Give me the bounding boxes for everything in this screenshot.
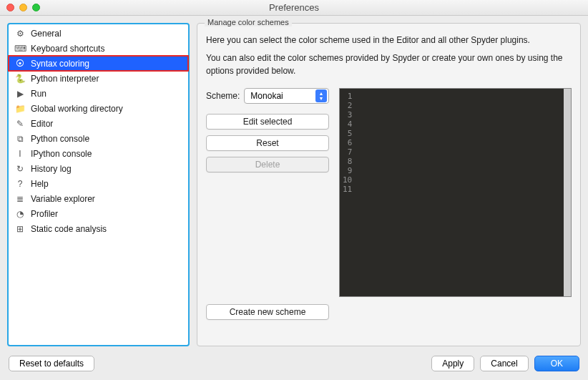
- description-line-1: Here you can select the color scheme use…: [206, 34, 572, 47]
- sidebar-item-label: Variable explorer: [31, 194, 95, 204]
- preview-scrollbar[interactable]: [564, 89, 571, 296]
- sidebar-item-label: IPython console: [31, 149, 92, 159]
- sidebar-item-profiler[interactable]: ◔Profiler: [9, 206, 188, 221]
- create-new-scheme-button[interactable]: Create new scheme: [206, 304, 329, 320]
- ipython-console-icon: I: [14, 149, 26, 159]
- close-icon[interactable]: [6, 4, 14, 11]
- ok-button[interactable]: OK: [534, 356, 579, 371]
- sidebar-item-label: Editor: [31, 119, 53, 129]
- description-line-2: You can also edit the color schemes prov…: [206, 52, 572, 78]
- reset-to-defaults-button[interactable]: Reset to defaults: [9, 356, 94, 371]
- sidebar-item-history-log[interactable]: ↻History log: [9, 161, 188, 176]
- preview-line-numbers: 1 2 3 4 5 6 7 8 91011: [343, 92, 352, 194]
- group-title: Manage color schemes: [205, 18, 292, 26]
- scheme-select[interactable]: Monokai ▲▼: [244, 88, 329, 104]
- editor-icon: ✎: [14, 119, 26, 129]
- description: Here you can select the color scheme use…: [206, 34, 572, 78]
- python-console-icon: ⧉: [14, 134, 26, 144]
- cancel-button[interactable]: Cancel: [480, 356, 528, 371]
- scheme-preview: 1 2 3 4 5 6 7 8 91011: [339, 88, 572, 297]
- color-schemes-group: Manage color schemes Here you can select…: [197, 23, 581, 346]
- delete-button: Delete: [206, 157, 329, 172]
- syntax-coloring-icon: ⦿: [14, 59, 26, 69]
- sidebar-item-editor[interactable]: ✎Editor: [9, 116, 188, 131]
- global-working-directory-icon: 📁: [14, 104, 26, 114]
- sidebar-item-label: Static code analysis: [31, 224, 107, 234]
- general-icon: ⚙: [14, 29, 26, 39]
- scheme-value: Monokai: [250, 91, 283, 101]
- help-icon: ?: [14, 179, 26, 189]
- sidebar-item-label: Run: [31, 89, 46, 99]
- sidebar-item-help[interactable]: ?Help: [9, 176, 188, 191]
- sidebar-item-label: Syntax coloring: [31, 59, 89, 69]
- sidebar-item-static-code-analysis[interactable]: ⊞Static code analysis: [9, 221, 188, 236]
- sidebar-item-python-interpreter[interactable]: 🐍Python interpreter: [9, 71, 188, 86]
- reset-button[interactable]: Reset: [206, 135, 329, 151]
- titlebar: Preferences: [0, 0, 588, 16]
- history-log-icon: ↻: [14, 164, 26, 174]
- static-code-analysis-icon: ⊞: [14, 224, 26, 234]
- python-interpreter-icon: 🐍: [14, 74, 26, 84]
- scheme-controls: Scheme: Monokai ▲▼ Edit selected Reset D…: [206, 88, 329, 297]
- sidebar-item-label: Keyboard shortcuts: [31, 44, 104, 54]
- sidebar-item-global-working-directory[interactable]: 📁Global working directory: [9, 101, 188, 116]
- scheme-label: Scheme:: [206, 91, 240, 101]
- dialog-footer: Reset to defaults Apply Cancel OK: [0, 354, 588, 371]
- sidebar-item-label: Global working directory: [31, 104, 123, 114]
- variable-explorer-icon: ≣: [14, 194, 26, 204]
- sidebar-item-label: Python interpreter: [31, 74, 99, 84]
- profiler-icon: ◔: [14, 209, 26, 219]
- zoom-icon[interactable]: [32, 4, 40, 11]
- sidebar-item-ipython-console[interactable]: IIPython console: [9, 146, 188, 161]
- window-title: Preferences: [0, 2, 588, 13]
- updown-icon: ▲▼: [315, 89, 327, 102]
- sidebar-item-keyboard-shortcuts[interactable]: ⌨Keyboard shortcuts: [9, 41, 188, 56]
- keyboard-shortcuts-icon: ⌨: [14, 44, 26, 54]
- run-icon: ▶: [14, 89, 26, 99]
- preferences-main: Manage color schemes Here you can select…: [197, 23, 581, 346]
- sidebar-item-label: Profiler: [31, 209, 58, 219]
- sidebar-item-label: General: [31, 29, 62, 39]
- sidebar-item-python-console[interactable]: ⧉Python console: [9, 131, 188, 146]
- sidebar-item-syntax-coloring[interactable]: ⦿Syntax coloring: [9, 56, 188, 71]
- sidebar-item-label: History log: [31, 164, 72, 174]
- sidebar-item-run[interactable]: ▶Run: [9, 86, 188, 101]
- edit-selected-button[interactable]: Edit selected: [206, 114, 329, 130]
- preferences-sidebar[interactable]: ⚙General⌨Keyboard shortcuts⦿Syntax color…: [7, 23, 190, 346]
- apply-button[interactable]: Apply: [431, 356, 474, 371]
- sidebar-item-variable-explorer[interactable]: ≣Variable explorer: [9, 191, 188, 206]
- sidebar-item-label: Python console: [31, 134, 89, 144]
- minimize-icon[interactable]: [19, 4, 27, 11]
- sidebar-item-general[interactable]: ⚙General: [9, 26, 188, 41]
- window-controls: [0, 4, 40, 11]
- sidebar-item-label: Help: [31, 179, 49, 189]
